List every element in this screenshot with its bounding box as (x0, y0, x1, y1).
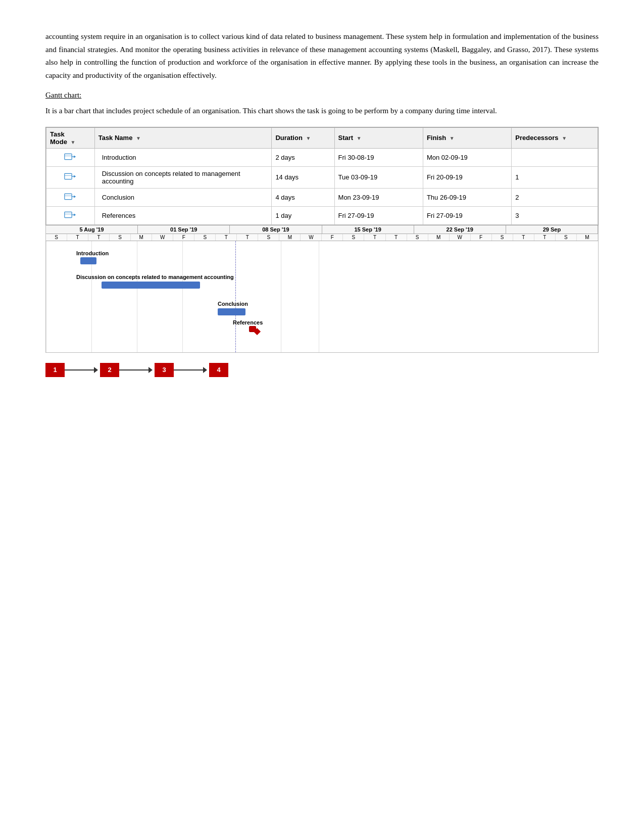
gantt-header-dates: 5 Aug '1901 Sep '1908 Sep '1915 Sep '192… (46, 225, 598, 234)
gantt-subheader-day-cell: S (46, 234, 67, 241)
svg-marker-3 (74, 155, 76, 158)
gantt-subheader-day-cell: S (492, 234, 513, 241)
gantt-subheader-day-cell: M (279, 234, 301, 241)
gantt-grid-line (281, 241, 281, 352)
gantt-table-wrapper: TaskMode ▼ Task Name ▼ Duration ▼ Start … (45, 127, 599, 225)
gantt-subheader-day-cell: S (258, 234, 279, 241)
gantt-subheader-day-cell: M (428, 234, 450, 241)
gantt-subheader-day-cell: S (110, 234, 131, 241)
task-name-cell: Discussion on concepts related to manage… (94, 166, 272, 188)
finish-cell: Thu 26-09-19 (423, 188, 511, 206)
flow-arrow-1 (65, 369, 95, 370)
duration-cell: 1 day (272, 206, 334, 224)
predecessors-cell (512, 148, 598, 166)
flow-arrow-3 (174, 369, 204, 370)
gantt-header-date-cell: 01 Sep '19 (138, 225, 230, 234)
gantt-subheader-day-cell: T (88, 234, 110, 241)
col-header-task-mode[interactable]: TaskMode ▼ (46, 127, 95, 148)
gantt-header-date-cell: 08 Sep '19 (230, 225, 322, 234)
gantt-subheader-day-cell: T (237, 234, 258, 241)
svg-marker-11 (74, 195, 76, 198)
table-header-row: TaskMode ▼ Task Name ▼ Duration ▼ Start … (46, 127, 598, 148)
task-mode-cell (46, 206, 95, 224)
gantt-subheader-day-cell: S (407, 234, 428, 241)
duration-cell: 4 days (272, 188, 334, 206)
gantt-subheader-day-cell: W (450, 234, 471, 241)
gantt-header-date-cell: 22 Sep '19 (414, 225, 506, 234)
finish-cell: Fri 20-09-19 (423, 166, 511, 188)
gantt-grid-line (319, 241, 319, 352)
predecessors-cell: 2 (512, 188, 598, 206)
gantt-subheader-day-cell: S (194, 234, 216, 241)
gantt-subheader-day-cell: T (386, 234, 407, 241)
predecessors-cell: 1 (512, 166, 598, 188)
table-row: Discussion on concepts related to manage… (46, 166, 598, 188)
gantt-grid-line (182, 241, 183, 352)
duration-cell: 14 days (272, 166, 334, 188)
gantt-subheader-day-cell: W (152, 234, 173, 241)
paragraph-1: accounting system require in an organisa… (45, 30, 599, 82)
table-row: Conclusion4 daysMon 23-09-19Thu 26-09-19… (46, 188, 598, 206)
gantt-subheader-day-cell: S (343, 234, 364, 241)
flow-arrow-2 (119, 369, 150, 370)
col-header-predecessors[interactable]: Predecessors ▼ (512, 127, 598, 148)
svg-rect-4 (65, 173, 72, 179)
gantt-today-line (235, 241, 236, 352)
task-name-cell: References (94, 206, 272, 224)
gantt-subheader-day-cell: T (364, 234, 385, 241)
gantt-header-date-cell: 5 Aug '19 (46, 225, 138, 234)
section-heading: Gantt chart: (45, 91, 599, 100)
gantt-subheader-day-cell: M (131, 234, 152, 241)
svg-marker-7 (74, 175, 76, 178)
task-name-cell: Introduction (94, 148, 272, 166)
start-cell: Fri 27-09-19 (334, 206, 423, 224)
gantt-subheader-day-cell: F (322, 234, 343, 241)
gantt-chart-area: 5 Aug '1901 Sep '1908 Sep '1915 Sep '192… (45, 225, 599, 353)
gantt-subheader-day-cell: W (301, 234, 322, 241)
finish-cell: Fri 27-09-19 (423, 206, 511, 224)
gantt-grid-line (137, 241, 137, 352)
gantt-table: TaskMode ▼ Task Name ▼ Duration ▼ Start … (46, 127, 598, 225)
gantt-subheader-day-cell: T (534, 234, 556, 241)
gantt-subheader-day-cell: T (513, 234, 534, 241)
task-name-cell: Conclusion (94, 188, 272, 206)
gantt-task-bar (218, 308, 245, 315)
flow-box-1: 1 (45, 363, 65, 377)
svg-rect-12 (65, 212, 72, 217)
col-header-start[interactable]: Start ▼ (334, 127, 423, 148)
gantt-subheader-day-cell: M (577, 234, 598, 241)
task-mode-cell (46, 148, 95, 166)
col-header-task-name[interactable]: Task Name ▼ (94, 127, 272, 148)
gantt-subheader-day-cell: T (67, 234, 88, 241)
gantt-task-label: Introduction (76, 250, 109, 256)
start-cell: Mon 23-09-19 (334, 188, 423, 206)
start-cell: Fri 30-08-19 (334, 148, 423, 166)
col-header-finish[interactable]: Finish ▼ (423, 127, 511, 148)
gantt-header-date-cell: 15 Sep '19 (322, 225, 414, 234)
paragraph-2: It is a bar chart that includes project … (45, 105, 599, 118)
gantt-subheader-days: STTSMWFSTTSMWFSTTSMWFSTTSM (46, 234, 598, 241)
gantt-task-label: Conclusion (218, 301, 248, 307)
svg-rect-8 (65, 194, 72, 199)
start-cell: Tue 03-09-19 (334, 166, 423, 188)
table-row: Introduction2 daysFri 30-08-19Mon 02-09-… (46, 148, 598, 166)
flow-box-4: 4 (209, 363, 228, 377)
gantt-task-bar (80, 257, 96, 264)
finish-cell: Mon 02-09-19 (423, 148, 511, 166)
flow-box-2: 2 (100, 363, 119, 377)
task-mode-cell (46, 166, 95, 188)
gantt-chart-body: IntroductionDiscussion on concepts relat… (46, 241, 598, 352)
table-row: References1 dayFri 27-09-19Fri 27-09-193 (46, 206, 598, 224)
gantt-task-label: Discussion on concepts related to manage… (76, 274, 234, 280)
col-header-duration[interactable]: Duration ▼ (272, 127, 334, 148)
flow-diagram: 1234 (45, 363, 599, 377)
svg-rect-0 (65, 154, 72, 159)
gantt-subheader-day-cell: F (471, 234, 492, 241)
gantt-subheader-day-cell: S (556, 234, 577, 241)
flow-box-3: 3 (155, 363, 174, 377)
gantt-subheader-day-cell: F (173, 234, 194, 241)
gantt-grid-line (46, 241, 46, 352)
duration-cell: 2 days (272, 148, 334, 166)
gantt-task-bar (102, 282, 200, 289)
task-mode-cell (46, 188, 95, 206)
